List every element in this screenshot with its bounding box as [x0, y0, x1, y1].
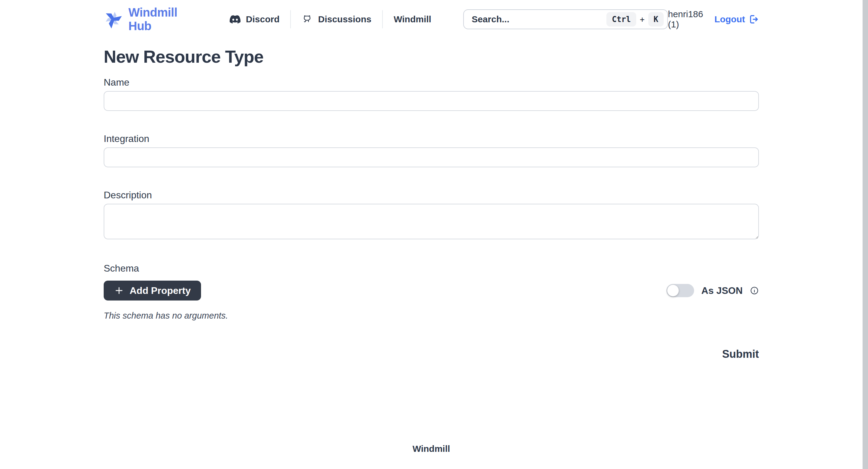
info-circle-icon[interactable]	[750, 286, 759, 295]
page: Windmill Hub Discord	[0, 0, 863, 469]
as-json-toggle[interactable]	[666, 284, 694, 297]
discussions-icon	[302, 14, 313, 25]
toggle-knob	[667, 285, 679, 296]
name-field-group: Name	[104, 77, 759, 111]
name-input[interactable]	[104, 91, 759, 111]
nav-item-windmill[interactable]: Windmill	[394, 14, 431, 24]
as-json-control: As JSON	[666, 284, 759, 297]
page-footer: Windmill	[0, 444, 863, 454]
schema-section: Schema Add Property As JSON	[104, 263, 759, 321]
description-field-group: Description	[104, 190, 759, 241]
kbd-plus-separator: +	[640, 15, 645, 24]
user-area: henri186 (1) Logout	[668, 9, 759, 30]
integration-input[interactable]	[104, 147, 759, 167]
logout-icon	[748, 14, 759, 25]
add-property-button[interactable]: Add Property	[104, 281, 201, 301]
brand-home-link[interactable]: Windmill Hub	[104, 6, 194, 33]
nav-label-discussions: Discussions	[318, 14, 371, 24]
nav-item-discord[interactable]: Discord	[230, 14, 280, 25]
main-nav: Discord Discussions Windmill	[230, 10, 431, 28]
nav-label-discord: Discord	[246, 14, 280, 24]
nav-divider	[382, 10, 383, 28]
add-property-label: Add Property	[130, 285, 191, 296]
discord-icon	[230, 14, 241, 25]
page-title: New Resource Type	[104, 46, 759, 67]
search-input[interactable]	[472, 14, 607, 24]
kbd-ctrl-badge: Ctrl	[607, 12, 636, 27]
global-search[interactable]: Ctrl + K	[463, 9, 668, 29]
integration-field-label: Integration	[104, 133, 759, 145]
nav-label-windmill: Windmill	[394, 14, 431, 24]
schema-section-label: Schema	[104, 263, 759, 274]
username-label: henri186 (1)	[668, 9, 707, 30]
main-content: New Resource Type Name Integration Descr…	[104, 46, 759, 361]
description-textarea[interactable]	[104, 204, 759, 239]
nav-divider	[290, 10, 291, 28]
top-navigation-bar: Windmill Hub Discord	[104, 0, 759, 39]
name-field-label: Name	[104, 77, 759, 88]
plus-icon	[114, 285, 124, 296]
description-field-label: Description	[104, 190, 759, 201]
logout-link[interactable]: Logout	[714, 14, 759, 25]
logout-label: Logout	[714, 14, 745, 24]
nav-item-discussions[interactable]: Discussions	[302, 14, 371, 25]
brand-title: Windmill Hub	[128, 6, 194, 33]
footer-windmill-link[interactable]: Windmill	[412, 444, 450, 454]
submit-button[interactable]: Submit	[722, 348, 759, 361]
windmill-logo-icon	[104, 10, 122, 29]
kbd-k-badge: K	[648, 12, 664, 27]
empty-schema-note: This schema has no arguments.	[104, 311, 759, 321]
as-json-label: As JSON	[701, 285, 743, 296]
integration-field-group: Integration	[104, 133, 759, 167]
vertical-scrollbar[interactable]	[863, 0, 868, 469]
